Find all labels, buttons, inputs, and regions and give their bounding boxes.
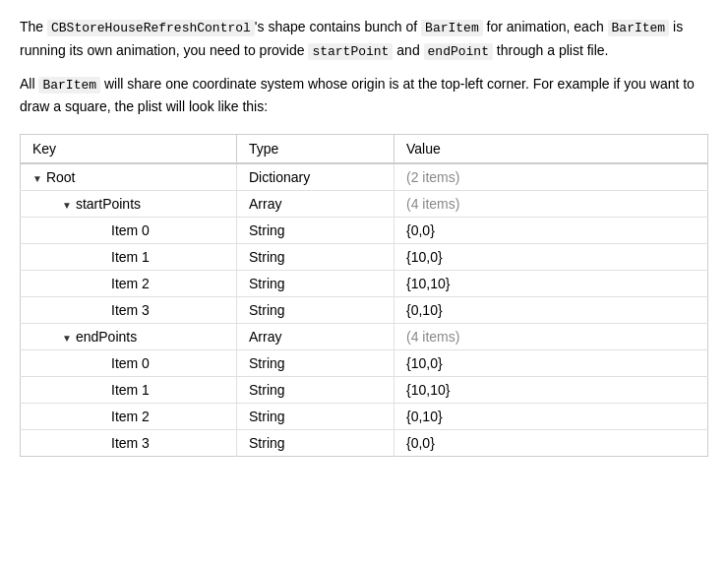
table-row: Item 2String{0,10} [21,403,708,429]
table-cell-type: String [237,429,394,456]
table-cell-value: {0,10} [394,403,708,429]
table-row: Item 3String{0,0} [21,429,708,456]
table-cell-type: String [237,217,394,243]
table-cell-value: (2 items) [394,163,708,191]
table-cell-key: Item 0 [21,349,237,376]
table-cell-value: {0,0} [394,429,708,456]
table-cell-key: ▼endPoints [21,323,237,349]
table-cell-value: (4 items) [394,190,708,217]
baritem-code-3: BarItem [38,77,100,94]
table-row: ▼startPointsArray(4 items) [21,190,708,217]
table-cell-type: Dictionary [237,163,394,191]
baritem-code-2: BarItem [608,20,670,36]
plist-table: Key Type Value ▼RootDictionary(2 items)▼… [20,134,708,457]
table-cell-type: Array [237,190,394,217]
table-row: ▼endPointsArray(4 items) [21,323,708,349]
startpoint-code: startPoint [308,43,393,60]
description-para-1: The CBStoreHouseRefreshControl's shape c… [20,16,708,63]
table-row: Item 3String{0,10} [21,296,708,323]
col-header-type: Type [237,134,394,163]
col-header-value: Value [394,134,708,163]
class-name-code: CBStoreHouseRefreshControl [47,20,255,36]
table-row: Item 1String{10,0} [21,243,708,270]
table-cell-key: Item 0 [21,217,237,243]
table-cell-value: (4 items) [394,323,708,349]
description-block: The CBStoreHouseRefreshControl's shape c… [20,16,708,118]
table-row: Item 2String{10,10} [21,270,708,296]
table-cell-type: String [237,403,394,429]
table-header-row: Key Type Value [21,134,708,163]
table-cell-value: {10,10} [394,376,708,403]
triangle-icon: ▼ [32,173,42,184]
table-cell-value: {10,0} [394,349,708,376]
table-cell-value: {0,10} [394,296,708,323]
table-cell-value: {10,0} [394,243,708,270]
table-cell-type: Array [237,323,394,349]
table-cell-type: String [237,376,394,403]
table-cell-key: ▼Root [21,163,237,191]
table-row: Item 0String{0,0} [21,217,708,243]
table-cell-value: {10,10} [394,270,708,296]
col-header-key: Key [21,134,237,163]
table-cell-type: String [237,243,394,270]
table-cell-key: Item 3 [21,429,237,456]
table-cell-key: Item 1 [21,243,237,270]
table-cell-type: String [237,349,394,376]
table-cell-key: Item 2 [21,270,237,296]
table-cell-value: {0,0} [394,217,708,243]
endpoint-code: endPoint [424,43,493,60]
description-para-2: All BarItem will share one coordinate sy… [20,73,708,118]
triangle-icon: ▼ [62,333,72,344]
table-cell-type: String [237,296,394,323]
table-cell-key: ▼startPoints [21,190,237,217]
table-cell-key: Item 3 [21,296,237,323]
baritem-code-1: BarItem [421,20,483,36]
table-cell-key: Item 1 [21,376,237,403]
triangle-icon: ▼ [62,200,72,211]
table-row: ▼RootDictionary(2 items) [21,163,708,191]
table-row: Item 1String{10,10} [21,376,708,403]
table-cell-key: Item 2 [21,403,237,429]
table-cell-type: String [237,270,394,296]
table-row: Item 0String{10,0} [21,349,708,376]
